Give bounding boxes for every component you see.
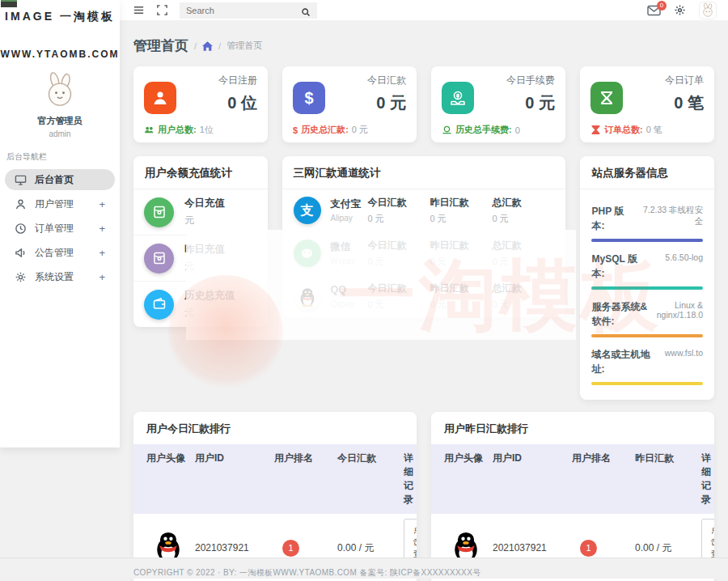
expand-plus-icon[interactable]: + bbox=[99, 223, 105, 235]
col-header: 昨日汇款 bbox=[430, 196, 493, 210]
server-label: 域名或主机地址: bbox=[591, 347, 650, 376]
expand-plus-icon[interactable]: + bbox=[99, 271, 105, 283]
alipay-glyph: 支 bbox=[301, 202, 314, 219]
column-header: 详细记录 bbox=[400, 452, 417, 507]
col-header: 今日汇款 bbox=[368, 196, 430, 210]
stat-foot-value: 0 笔 bbox=[646, 124, 662, 136]
copyright-text: COPYRIGHT © 2022 · BY: 一淘模板WWW.YTAOMB.CO… bbox=[133, 568, 481, 577]
server-label: MySQL 版本: bbox=[591, 252, 650, 281]
col-header: 总汇款 bbox=[493, 196, 555, 210]
channel-sub: Qqpay bbox=[331, 299, 368, 308]
table-title: 用户昨日汇款排行 bbox=[431, 412, 714, 444]
sidebar: IMAGE 一淘模板 WWW.YTAOMB.COM 官方管理员 admin 后台… bbox=[0, 0, 120, 447]
list-item: 今日充值 元 bbox=[133, 189, 268, 235]
channel-row-qq: QQ Qqpay 今日汇款0 元 昨日汇款0 元 总汇款0 元 bbox=[282, 275, 566, 317]
column-header: 用户头像 bbox=[431, 452, 489, 507]
table-title: 用户今日汇款排行 bbox=[133, 412, 417, 444]
column-header: 详细记录 bbox=[698, 452, 714, 507]
sidebar-item-orders[interactable]: 订单管理 + bbox=[5, 218, 115, 239]
fullscreen-icon[interactable] bbox=[156, 4, 168, 16]
home-icon[interactable] bbox=[202, 41, 213, 51]
channel-row-alipay: 支 支付宝 Alipay 今日汇款0 元 昨日汇款0 元 总汇款0 元 bbox=[282, 189, 566, 232]
sidebar-item-announcements[interactable]: 公告管理 + bbox=[5, 242, 115, 263]
dollar-icon: $ bbox=[293, 82, 325, 114]
sidebar-item-label: 系统设置 bbox=[35, 270, 74, 284]
clock-icon bbox=[15, 223, 27, 235]
recharge-value: 元 bbox=[184, 214, 225, 227]
breadcrumb-sep: / bbox=[194, 41, 197, 51]
panel-title: 站点服务器信息 bbox=[580, 156, 714, 189]
today-ranking-table: 用户今日汇款排行 用户头像 用户ID 用户排名 今日汇款 详细记录 202103… bbox=[133, 412, 417, 581]
recharge-value: 元 bbox=[184, 306, 235, 320]
expand-plus-icon[interactable]: + bbox=[99, 247, 105, 259]
channel-sub: Wxpay bbox=[331, 257, 368, 265]
main-content: 管理首页 / / 管理首页 今日注册 0 位 bbox=[120, 0, 728, 581]
person-icon bbox=[144, 82, 176, 114]
search-input[interactable] bbox=[186, 6, 291, 15]
brand-logo: IMAGE 一淘模板 bbox=[0, 10, 120, 24]
nav-section-label: 后台导航栏 bbox=[6, 151, 120, 163]
group-icon bbox=[144, 125, 154, 135]
sidebar-item-label: 公告管理 bbox=[35, 246, 74, 260]
sidebar-item-label: 用户管理 bbox=[35, 197, 74, 211]
progress-bar bbox=[591, 334, 703, 337]
stat-cards-row: 今日注册 0 位 用户总数: 1位 $ bbox=[133, 66, 714, 142]
admin-dashboard: IMAGE 一淘模板 WWW.YTAOMB.COM 官方管理员 admin 后台… bbox=[0, 0, 728, 581]
recharge-value: 元 bbox=[184, 260, 225, 274]
channel-name: QQ bbox=[331, 284, 368, 297]
sidebar-item-home[interactable]: 后台首页 bbox=[5, 169, 115, 190]
ranking-tables-row: 用户今日汇款排行 用户头像 用户ID 用户排名 今日汇款 详细记录 202103… bbox=[133, 412, 714, 581]
stat-label: 今日注册 bbox=[218, 74, 257, 87]
table-header-row: 用户头像 用户ID 用户排名 昨日汇款 详细记录 bbox=[431, 444, 714, 514]
user-id: 2021037921 bbox=[192, 542, 271, 553]
col-value: 0 元 bbox=[430, 213, 493, 225]
hamburger-menu-icon[interactable] bbox=[133, 4, 145, 16]
breadcrumb-current[interactable]: 管理首页 bbox=[226, 40, 262, 52]
channel-name: 微信 bbox=[331, 241, 368, 254]
hourglass-icon bbox=[590, 125, 601, 135]
stat-foot-label: 历史总手续费: bbox=[455, 124, 512, 136]
server-value: www.fsl.to bbox=[665, 348, 703, 358]
search-box bbox=[180, 2, 317, 19]
settings-gear-icon[interactable] bbox=[674, 4, 686, 16]
progress-bar bbox=[591, 286, 703, 290]
mail-icon[interactable]: 0 bbox=[647, 5, 661, 16]
sidebar-item-settings[interactable]: 系统设置 + bbox=[5, 266, 115, 287]
stat-card-fees: 今日手续费 0 元 历史总手续费: 0 bbox=[431, 66, 565, 142]
col-header: 昨日汇款 bbox=[430, 282, 493, 295]
stat-foot-label: 历史总汇款: bbox=[301, 124, 349, 136]
coin-icon bbox=[442, 125, 452, 135]
column-header: 今日汇款 bbox=[334, 452, 400, 507]
server-info-row: PHP 版本: 7.2.33 非线程安全 bbox=[591, 204, 703, 242]
user-name: 官方管理员 bbox=[0, 115, 120, 127]
recharge-label: 今日充值 bbox=[184, 197, 225, 210]
monitor-icon bbox=[15, 174, 27, 186]
column-header: 用户排名 bbox=[569, 452, 632, 507]
sidebar-item-users[interactable]: 用户管理 + bbox=[5, 193, 115, 214]
panel-title: 用户余额充值统计 bbox=[133, 156, 268, 189]
server-value: Linux & nginx/1.18.0 bbox=[648, 300, 703, 320]
search-icon[interactable] bbox=[301, 6, 311, 15]
wechat-icon bbox=[294, 240, 321, 267]
stat-foot-value: 0 元 bbox=[352, 124, 368, 136]
server-value: 5.6.50-log bbox=[665, 252, 703, 262]
column-header: 用户ID bbox=[192, 452, 271, 507]
alipay-icon: 支 bbox=[294, 197, 321, 224]
qq-penguin-icon bbox=[294, 282, 321, 310]
recharge-stats-panel: 用户余额充值统计 今日充值 元 昨日充值 元 bbox=[133, 156, 268, 327]
col-value: 0 元 bbox=[368, 213, 430, 225]
topbar-avatar[interactable] bbox=[699, 2, 717, 19]
yesterday-ranking-table: 用户昨日汇款排行 用户头像 用户ID 用户排名 昨日汇款 详细记录 202103… bbox=[431, 412, 714, 581]
col-header: 总汇款 bbox=[493, 282, 555, 295]
col-header: 今日汇款 bbox=[368, 239, 430, 252]
dollar-icon: $ bbox=[293, 125, 298, 135]
stat-value: 0 位 bbox=[218, 92, 257, 114]
col-header: 总汇款 bbox=[493, 239, 555, 252]
col-value: 0 元 bbox=[430, 299, 493, 311]
expand-plus-icon[interactable]: + bbox=[99, 198, 105, 210]
user-id: 2021037921 bbox=[489, 542, 569, 553]
stat-foot-value: 1位 bbox=[200, 124, 214, 136]
rank-badge: 1 bbox=[282, 540, 299, 557]
speaker-icon bbox=[15, 247, 27, 259]
recharge-label: 历史总充值 bbox=[184, 289, 235, 303]
